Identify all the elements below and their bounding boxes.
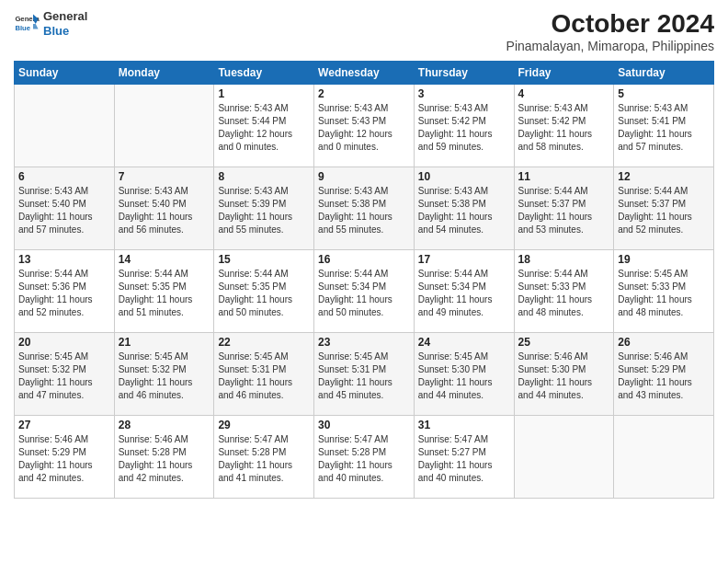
calendar-cell: 12Sunrise: 5:44 AMSunset: 5:37 PMDayligh… bbox=[614, 167, 714, 250]
calendar-cell: 28Sunrise: 5:46 AMSunset: 5:28 PMDayligh… bbox=[114, 416, 214, 499]
page-header: General Blue General Blue October 2024 P… bbox=[14, 9, 714, 53]
day-info: Sunrise: 5:43 AMSunset: 5:41 PMDaylight:… bbox=[618, 102, 710, 154]
header-tuesday: Tuesday bbox=[214, 62, 314, 85]
day-number: 16 bbox=[318, 253, 410, 266]
day-info: Sunrise: 5:44 AMSunset: 5:33 PMDaylight:… bbox=[518, 268, 610, 319]
logo-icon: General Blue bbox=[14, 11, 40, 37]
calendar-cell: 30Sunrise: 5:47 AMSunset: 5:28 PMDayligh… bbox=[314, 416, 415, 499]
calendar-cell: 21Sunrise: 5:45 AMSunset: 5:32 PMDayligh… bbox=[114, 333, 214, 416]
day-number: 14 bbox=[119, 253, 210, 266]
calendar-cell bbox=[114, 85, 214, 167]
calendar-cell: 5Sunrise: 5:43 AMSunset: 5:41 PMDaylight… bbox=[614, 85, 714, 167]
day-info: Sunrise: 5:43 AMSunset: 5:38 PMDaylight:… bbox=[418, 185, 510, 236]
day-info: Sunrise: 5:44 AMSunset: 5:37 PMDaylight:… bbox=[518, 185, 610, 236]
header-sunday: Sunday bbox=[15, 62, 115, 85]
day-info: Sunrise: 5:43 AMSunset: 5:42 PMDaylight:… bbox=[418, 102, 510, 154]
header-saturday: Saturday bbox=[614, 62, 714, 85]
week-row-4: 20Sunrise: 5:45 AMSunset: 5:32 PMDayligh… bbox=[15, 333, 714, 416]
logo: General Blue General Blue bbox=[14, 9, 87, 38]
day-info: Sunrise: 5:45 AMSunset: 5:31 PMDaylight:… bbox=[218, 350, 310, 402]
day-info: Sunrise: 5:44 AMSunset: 5:35 PMDaylight:… bbox=[119, 268, 210, 319]
calendar-table: SundayMondayTuesdayWednesdayThursdayFrid… bbox=[14, 61, 714, 499]
day-number: 26 bbox=[618, 336, 710, 349]
calendar-cell: 2Sunrise: 5:43 AMSunset: 5:43 PMDaylight… bbox=[314, 85, 415, 167]
day-number: 15 bbox=[218, 253, 310, 266]
calendar-cell: 18Sunrise: 5:44 AMSunset: 5:33 PMDayligh… bbox=[514, 250, 614, 333]
calendar-cell: 1Sunrise: 5:43 AMSunset: 5:44 PMDaylight… bbox=[214, 85, 314, 167]
day-info: Sunrise: 5:44 AMSunset: 5:35 PMDaylight:… bbox=[218, 268, 310, 319]
day-number: 5 bbox=[618, 87, 710, 100]
calendar-cell: 23Sunrise: 5:45 AMSunset: 5:31 PMDayligh… bbox=[314, 333, 415, 416]
calendar-header: SundayMondayTuesdayWednesdayThursdayFrid… bbox=[15, 62, 714, 85]
day-number: 11 bbox=[518, 170, 610, 183]
day-number: 13 bbox=[18, 253, 110, 266]
day-info: Sunrise: 5:44 AMSunset: 5:34 PMDaylight:… bbox=[318, 268, 410, 319]
calendar-body: 1Sunrise: 5:43 AMSunset: 5:44 PMDaylight… bbox=[15, 85, 714, 499]
week-row-5: 27Sunrise: 5:46 AMSunset: 5:29 PMDayligh… bbox=[15, 416, 714, 499]
day-info: Sunrise: 5:44 AMSunset: 5:36 PMDaylight:… bbox=[18, 268, 110, 319]
calendar-cell: 29Sunrise: 5:47 AMSunset: 5:28 PMDayligh… bbox=[214, 416, 314, 499]
day-info: Sunrise: 5:45 AMSunset: 5:31 PMDaylight:… bbox=[318, 350, 410, 402]
day-info: Sunrise: 5:46 AMSunset: 5:30 PMDaylight:… bbox=[518, 350, 610, 402]
calendar-cell bbox=[614, 416, 714, 499]
day-info: Sunrise: 5:45 AMSunset: 5:33 PMDaylight:… bbox=[618, 268, 710, 319]
day-number: 1 bbox=[218, 87, 310, 100]
day-number: 3 bbox=[418, 87, 510, 100]
day-info: Sunrise: 5:43 AMSunset: 5:39 PMDaylight:… bbox=[218, 185, 310, 236]
calendar-cell: 24Sunrise: 5:45 AMSunset: 5:30 PMDayligh… bbox=[414, 333, 514, 416]
week-row-3: 13Sunrise: 5:44 AMSunset: 5:36 PMDayligh… bbox=[15, 250, 714, 333]
day-number: 7 bbox=[119, 170, 210, 183]
header-friday: Friday bbox=[514, 62, 614, 85]
calendar-cell: 31Sunrise: 5:47 AMSunset: 5:27 PMDayligh… bbox=[414, 416, 514, 499]
day-number: 4 bbox=[518, 87, 610, 100]
day-number: 18 bbox=[518, 253, 610, 266]
svg-text:Blue: Blue bbox=[15, 24, 30, 32]
day-info: Sunrise: 5:43 AMSunset: 5:44 PMDaylight:… bbox=[218, 102, 310, 154]
day-number: 17 bbox=[418, 253, 510, 266]
calendar-cell: 27Sunrise: 5:46 AMSunset: 5:29 PMDayligh… bbox=[15, 416, 115, 499]
day-info: Sunrise: 5:43 AMSunset: 5:43 PMDaylight:… bbox=[318, 102, 410, 154]
day-info: Sunrise: 5:43 AMSunset: 5:38 PMDaylight:… bbox=[318, 185, 410, 236]
page-title: October 2024 bbox=[506, 9, 714, 39]
calendar-cell: 4Sunrise: 5:43 AMSunset: 5:42 PMDaylight… bbox=[514, 85, 614, 167]
day-number: 8 bbox=[218, 170, 310, 183]
day-number: 29 bbox=[218, 419, 310, 431]
day-info: Sunrise: 5:45 AMSunset: 5:30 PMDaylight:… bbox=[418, 350, 510, 402]
day-info: Sunrise: 5:46 AMSunset: 5:29 PMDaylight:… bbox=[18, 433, 110, 485]
day-number: 6 bbox=[18, 170, 110, 183]
day-info: Sunrise: 5:47 AMSunset: 5:27 PMDaylight:… bbox=[418, 433, 510, 485]
day-number: 23 bbox=[318, 336, 410, 349]
day-number: 2 bbox=[318, 87, 410, 100]
week-row-1: 1Sunrise: 5:43 AMSunset: 5:44 PMDaylight… bbox=[15, 85, 714, 167]
page-subtitle: Pinamalayan, Mimaropa, Philippines bbox=[506, 39, 714, 53]
day-number: 24 bbox=[418, 336, 510, 349]
day-number: 22 bbox=[218, 336, 310, 349]
header-wednesday: Wednesday bbox=[314, 62, 415, 85]
calendar-cell: 6Sunrise: 5:43 AMSunset: 5:40 PMDaylight… bbox=[15, 167, 115, 250]
day-info: Sunrise: 5:43 AMSunset: 5:40 PMDaylight:… bbox=[18, 185, 110, 236]
calendar-cell: 16Sunrise: 5:44 AMSunset: 5:34 PMDayligh… bbox=[314, 250, 415, 333]
calendar-cell: 17Sunrise: 5:44 AMSunset: 5:34 PMDayligh… bbox=[414, 250, 514, 333]
calendar-cell: 14Sunrise: 5:44 AMSunset: 5:35 PMDayligh… bbox=[114, 250, 214, 333]
day-number: 30 bbox=[318, 419, 410, 431]
day-info: Sunrise: 5:46 AMSunset: 5:28 PMDaylight:… bbox=[119, 433, 210, 485]
calendar-cell: 20Sunrise: 5:45 AMSunset: 5:32 PMDayligh… bbox=[15, 333, 115, 416]
day-info: Sunrise: 5:43 AMSunset: 5:40 PMDaylight:… bbox=[119, 185, 210, 236]
calendar-cell: 13Sunrise: 5:44 AMSunset: 5:36 PMDayligh… bbox=[15, 250, 115, 333]
day-number: 28 bbox=[119, 419, 210, 431]
calendar-cell: 10Sunrise: 5:43 AMSunset: 5:38 PMDayligh… bbox=[414, 167, 514, 250]
calendar-cell: 22Sunrise: 5:45 AMSunset: 5:31 PMDayligh… bbox=[214, 333, 314, 416]
calendar-cell: 9Sunrise: 5:43 AMSunset: 5:38 PMDaylight… bbox=[314, 167, 415, 250]
calendar-cell: 7Sunrise: 5:43 AMSunset: 5:40 PMDaylight… bbox=[114, 167, 214, 250]
calendar-cell: 3Sunrise: 5:43 AMSunset: 5:42 PMDaylight… bbox=[414, 85, 514, 167]
day-info: Sunrise: 5:45 AMSunset: 5:32 PMDaylight:… bbox=[18, 350, 110, 402]
calendar-cell: 8Sunrise: 5:43 AMSunset: 5:39 PMDaylight… bbox=[214, 167, 314, 250]
calendar-cell: 19Sunrise: 5:45 AMSunset: 5:33 PMDayligh… bbox=[614, 250, 714, 333]
day-info: Sunrise: 5:44 AMSunset: 5:34 PMDaylight:… bbox=[418, 268, 510, 319]
day-number: 25 bbox=[518, 336, 610, 349]
day-number: 19 bbox=[618, 253, 710, 266]
day-number: 27 bbox=[18, 419, 110, 431]
day-number: 21 bbox=[119, 336, 210, 349]
day-number: 20 bbox=[18, 336, 110, 349]
week-row-2: 6Sunrise: 5:43 AMSunset: 5:40 PMDaylight… bbox=[15, 167, 714, 250]
